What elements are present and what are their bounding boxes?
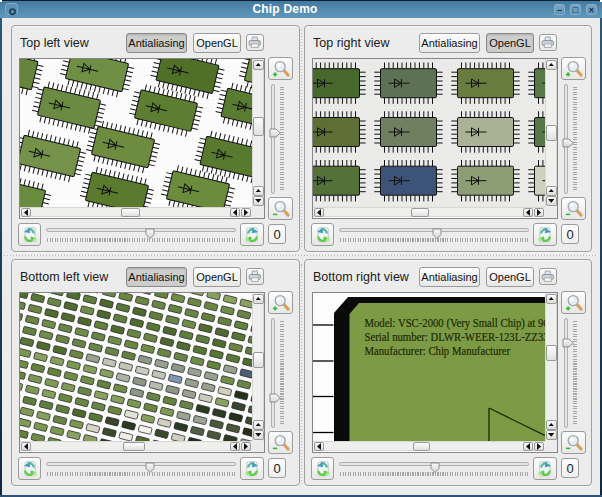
svg-text:Serial number: DLWR-WEER-123L-: Serial number: DLWR-WEER-123L-ZZ33-SDSJ <box>365 331 546 345</box>
svg-text:Manufacturer: Chip Manufacture: Manufacturer: Chip Manufacturer <box>365 344 511 358</box>
svg-text:Model: VSC-2000 (Very Small Ch: Model: VSC-2000 (Very Small Chip) at 96M… <box>365 317 546 331</box>
